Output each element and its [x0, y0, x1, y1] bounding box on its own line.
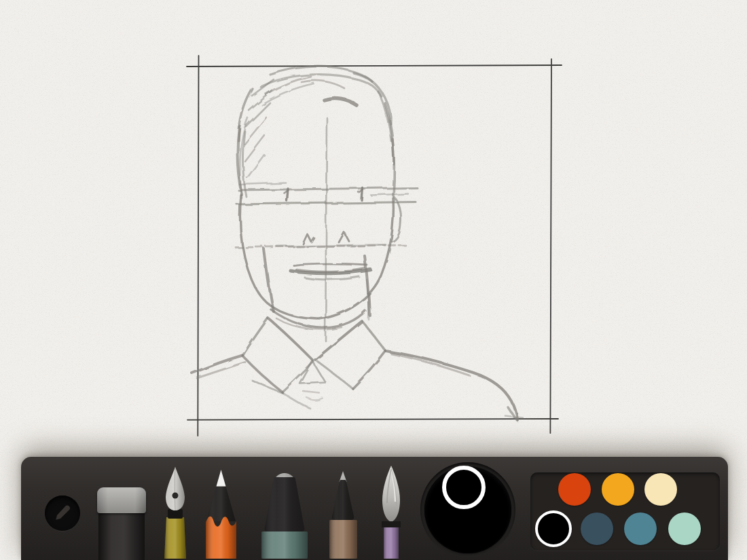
sketch-hair — [238, 67, 395, 197]
palette-swatch-dark-slate[interactable] — [581, 512, 613, 545]
tool-tray — [21, 457, 728, 560]
mixed-color-ring — [442, 466, 486, 509]
sketch-neck-collar — [192, 249, 523, 421]
palette-swatch-teal[interactable] — [624, 512, 657, 545]
fountain-pen-tool[interactable] — [160, 466, 190, 559]
pencil-icon — [52, 503, 73, 523]
palette-swatch-red-orange[interactable] — [558, 473, 591, 506]
pencil-tool[interactable] — [204, 470, 238, 559]
fine-liner-tool[interactable] — [327, 471, 359, 559]
brush-tool[interactable] — [378, 465, 405, 559]
portrait-sketch — [192, 67, 523, 421]
color-mixer[interactable] — [420, 462, 515, 557]
eraser-cap — [97, 487, 146, 513]
color-palette-tray — [530, 472, 720, 550]
rewind-button[interactable] — [45, 496, 80, 531]
sketch-mouth — [291, 264, 371, 280]
sketch-face-outline — [240, 118, 401, 319]
palette-swatch-black-selected[interactable] — [535, 510, 572, 547]
eraser-tool[interactable] — [97, 487, 146, 560]
eraser-body — [98, 510, 145, 560]
palette-swatch-cream[interactable] — [644, 473, 677, 506]
marker-tool[interactable] — [259, 472, 310, 559]
palette-swatch-mint[interactable] — [668, 512, 701, 545]
sketch-guides — [236, 117, 417, 341]
palette-swatch-amber[interactable] — [602, 473, 634, 506]
